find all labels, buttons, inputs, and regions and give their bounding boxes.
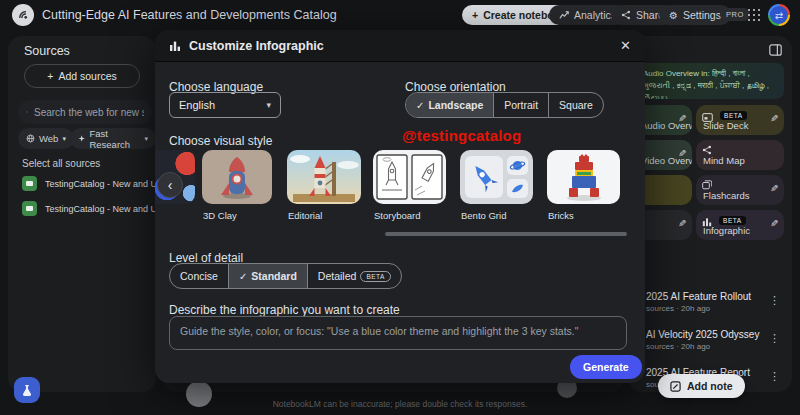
- watermark-text: @testingcatalog: [402, 127, 521, 144]
- edit-pencil-icon[interactable]: ✎: [770, 113, 778, 124]
- detail-concise[interactable]: Concise: [170, 264, 228, 288]
- bricks-rocket-art: [547, 150, 620, 204]
- analytics-chart-icon: [559, 10, 569, 20]
- studio-card-infographic[interactable]: BETA Infographic ✎: [696, 210, 784, 240]
- add-sources-button[interactable]: + Add sources: [24, 64, 140, 88]
- orientation-portrait[interactable]: Portrait: [493, 93, 548, 117]
- style-card-bricks[interactable]: [547, 150, 620, 204]
- search-input[interactable]: [34, 107, 144, 118]
- source-item[interactable]: TestingCatalog - New and Unreleased: [22, 176, 156, 191]
- studio-panel: Audio Overview in: हिन्दी , বাংলা , ગુજર…: [628, 36, 792, 392]
- chevron-down-icon: ▾: [62, 135, 66, 143]
- visual-style-label: Choose visual style: [169, 134, 272, 148]
- notebooklm-logo-icon[interactable]: [12, 4, 34, 26]
- scroll-button-partial[interactable]: [186, 381, 212, 407]
- sources-title: Sources: [24, 44, 70, 58]
- close-icon[interactable]: ✕: [620, 38, 631, 53]
- notebooklm-app: Cutting-Edge AI Features and Development…: [0, 0, 800, 415]
- search-icon: [26, 107, 28, 117]
- audio-language-banner: Audio Overview in: हिन्दी , বাংলা , ગુજર…: [636, 63, 784, 99]
- share-icon: [621, 10, 631, 20]
- detail-detailed[interactable]: Detailed BETA: [307, 264, 401, 288]
- card-label: Slide Deck: [703, 120, 748, 131]
- editorial-rocket-art: [287, 150, 361, 204]
- globe-icon: [26, 134, 35, 143]
- generate-button[interactable]: Generate: [570, 355, 642, 379]
- studio-card-slide-deck[interactable]: BETA Slide Deck ✎: [696, 105, 784, 135]
- language-select[interactable]: English ▾: [169, 92, 281, 118]
- edit-pencil-icon[interactable]: ✎: [678, 113, 686, 124]
- carousel-left-button[interactable]: ‹: [157, 172, 183, 198]
- select-all-sources-label[interactable]: Select all sources: [22, 158, 100, 169]
- card-label: Infographic: [703, 225, 750, 236]
- more-menu-icon[interactable]: ⋮: [769, 370, 780, 383]
- apps-grid-button[interactable]: [748, 9, 761, 22]
- style-label-storyboard: Storyboard: [374, 210, 420, 221]
- fast-research-label: Fast Research: [89, 128, 140, 150]
- pro-badge: PRO: [720, 8, 750, 21]
- style-card-storyboard[interactable]: [373, 150, 446, 204]
- note-list-item[interactable]: 2025 AI Feature Rollout sources · 20h ag…: [646, 291, 786, 313]
- beta-badge: BETA: [360, 271, 391, 282]
- web-filter-chip[interactable]: Web ▾: [18, 128, 74, 149]
- labs-button[interactable]: [14, 377, 40, 403]
- analytics-label: Analytics: [574, 9, 616, 21]
- check-icon: ✓: [416, 100, 424, 111]
- describe-textarea[interactable]: [169, 316, 627, 350]
- chevron-down-icon: ▾: [144, 135, 148, 143]
- apps-grid-icon: [748, 9, 750, 11]
- beta-badge: BETA: [719, 216, 746, 225]
- flashcards-icon: [702, 180, 712, 190]
- account-avatar[interactable]: ⇄: [768, 4, 790, 26]
- style-label-bricks: Bricks: [548, 210, 574, 221]
- language-value: English: [179, 99, 215, 111]
- describe-label: Describe the infographic you want to cre…: [169, 303, 400, 317]
- web-search-field[interactable]: [18, 100, 152, 124]
- check-icon: ✓: [239, 271, 247, 282]
- note-list-item[interactable]: AI Velocity 2025 Odyssey sources · 20h a…: [646, 329, 786, 351]
- audio-wave-glyph: [15, 7, 31, 23]
- source-title: TestingCatalog - New and Unreleased: [45, 179, 156, 189]
- sources-panel: Sources + Add sources Web ▾ Fast: [8, 36, 156, 392]
- add-sources-label: Add sources: [58, 70, 116, 82]
- collapse-panel-button[interactable]: [769, 44, 782, 56]
- edit-pencil-icon[interactable]: ✎: [678, 218, 686, 229]
- style-label-bento-grid: Bento Grid: [461, 210, 506, 221]
- edit-pencil-icon[interactable]: ✎: [678, 148, 686, 159]
- source-favicon-icon: [22, 176, 37, 191]
- settings-label: Settings: [683, 9, 721, 21]
- carousel-scrollbar[interactable]: [385, 232, 627, 236]
- plus-icon: +: [47, 70, 53, 82]
- modal-title: Customize Infographic: [189, 39, 324, 53]
- source-item[interactable]: TestingCatalog - New and Unreleased: [22, 201, 156, 216]
- note-title: 2025 AI Feature Rollout: [646, 291, 786, 302]
- source-title: TestingCatalog - New and Unreleased: [45, 204, 156, 214]
- fast-research-chip[interactable]: Fast Research ▾: [70, 128, 156, 149]
- edit-pencil-icon[interactable]: ✎: [770, 218, 778, 229]
- style-card-bento-grid[interactable]: [460, 150, 533, 204]
- note-title: AI Velocity 2025 Odyssey: [646, 329, 786, 340]
- orientation-landscape[interactable]: ✓ Landscape: [406, 93, 493, 117]
- orientation-square[interactable]: Square: [548, 93, 603, 117]
- arrows-icon: ⇄: [775, 10, 783, 21]
- style-card-editorial[interactable]: [287, 150, 361, 204]
- plus-icon: +: [472, 9, 478, 21]
- source-favicon-icon: [22, 201, 37, 216]
- studio-card-mind-map[interactable]: Mind Map: [696, 140, 784, 170]
- more-menu-icon[interactable]: ⋮: [769, 294, 780, 307]
- style-card-3d-clay[interactable]: [202, 150, 272, 204]
- add-note-button[interactable]: Add note: [658, 374, 745, 398]
- modal-header: Customize Infographic ✕: [155, 30, 645, 62]
- detail-standard[interactable]: ✓ Standard: [228, 264, 307, 288]
- notebook-title[interactable]: Cutting-Edge AI Features and Development…: [42, 8, 337, 22]
- note-icon: [670, 381, 681, 392]
- orientation-segmented-control: ✓ Landscape Portrait Square: [405, 92, 604, 118]
- more-menu-icon[interactable]: ⋮: [769, 332, 780, 345]
- studio-card-flashcards[interactable]: Flashcards ✎: [696, 175, 784, 205]
- bento-grid-art: [460, 150, 533, 204]
- mind-map-icon: [702, 145, 712, 155]
- edit-pencil-icon[interactable]: ✎: [770, 183, 778, 194]
- storyboard-sketch-art: [373, 150, 446, 204]
- customize-infographic-modal: Customize Infographic ✕ Choose language …: [155, 30, 645, 383]
- beta-badge: BETA: [720, 111, 747, 120]
